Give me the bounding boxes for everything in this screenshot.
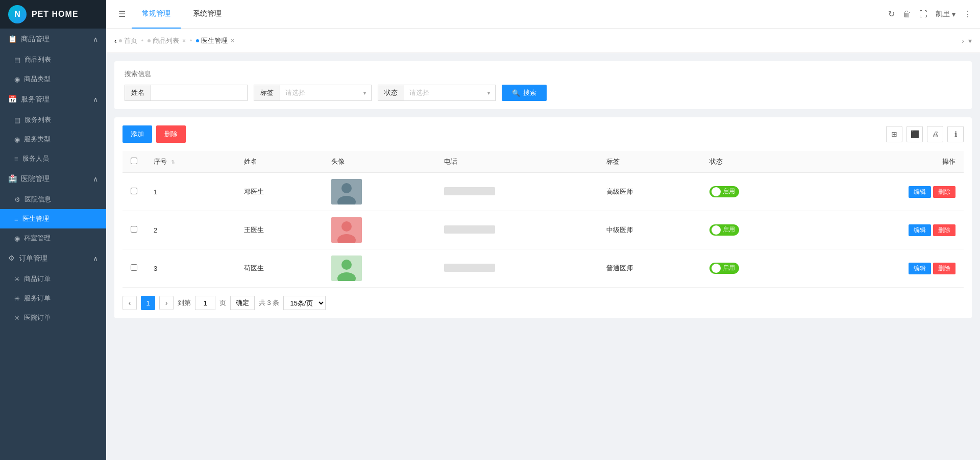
tag-select-text: 请选择 [285,88,305,97]
row3-status: 启用 [701,249,812,288]
row3-name: 苟医生 [236,249,323,288]
column-settings-button[interactable]: ⊞ [886,126,902,142]
export-button[interactable]: ⬛ [906,126,923,142]
breadcrumb-close-doctor[interactable]: × [231,37,234,44]
breadcrumb-close-goods[interactable]: × [182,37,186,44]
sidebar-item-service-order[interactable]: ✳ 服务订单 [0,289,106,308]
menu-group-order: ⚙订单管理 ∧ ✳ 商品订单 ✳ 服务订单 ✳ 医院订单 [0,248,106,327]
breadcrumb-goods-list[interactable]: 商品列表 × [148,36,186,45]
logo-text: PET HOME [32,10,79,19]
breadcrumb-prev[interactable]: ‹ [114,37,117,45]
row1-delete-button[interactable]: 删除 [933,186,955,198]
sidebar-item-dept-mgmt[interactable]: ◉ 科室管理 [0,228,106,248]
breadcrumb-expand-arrow[interactable]: ▾ [968,37,972,45]
row3-delete-button[interactable]: 删除 [933,263,955,274]
delete-icon[interactable]: 🗑 [903,10,911,19]
svg-point-1 [341,183,352,193]
row3-checkbox-cell [122,249,145,288]
page-goto-input[interactable] [195,296,215,310]
search-field-status: 状态 请选择 ▾ [378,85,496,101]
tab-system-mgmt[interactable]: 系统管理 [183,0,232,29]
page-1-button[interactable]: 1 [141,296,155,310]
print-button[interactable]: 🖨 [927,126,943,142]
more-icon[interactable]: ⋮ [964,9,972,19]
tab-normal-mgmt[interactable]: 常规管理 [132,0,181,29]
row2-edit-button[interactable]: 编辑 [909,224,931,236]
chevron-up-icon-2: ∧ [93,95,98,104]
menu-group-title-order[interactable]: ⚙订单管理 ∧ [0,248,106,269]
sidebar-item-goods-list[interactable]: ▤ 商品列表 [0,50,106,69]
hamburger-button[interactable]: ☰ [114,5,130,23]
status-select[interactable]: 请选择 ▾ [404,85,496,101]
row3-edit-button[interactable]: 编辑 [909,263,931,274]
logo-icon: N [8,5,27,23]
row3-tag: 普通医师 [598,249,701,288]
expand-icon[interactable]: ⛶ [919,10,927,19]
page-goto-label: 到第 [178,298,191,308]
sidebar-item-hospital-info[interactable]: ⚙ 医院信息 [0,190,106,209]
refresh-icon[interactable]: ↻ [888,9,895,19]
sidebar-item-hospital-order[interactable]: ✳ 医院订单 [0,308,106,327]
row1-phone-blur [444,187,495,195]
row2-toggle[interactable]: 启用 [709,224,739,236]
row1-phone [436,173,598,211]
breadcrumb-next-arrow[interactable]: › [962,37,964,45]
sidebar-item-doctor-mgmt[interactable]: ≡ 医生管理 [0,209,106,228]
row2-checkbox[interactable] [131,226,137,233]
header-checkbox-cell [122,151,145,173]
menu-group-title-hospital[interactable]: 🏥医院管理 ∧ [0,168,106,190]
row2-toggle-circle [712,225,721,235]
breadcrumb-nav: 首页 • 商品列表 × • 医生管理 × [119,36,234,45]
row2-avatar [323,211,436,249]
name-input[interactable] [151,85,248,101]
page-size-select[interactable]: 15条/页 30条/页 50条/页 [283,296,326,310]
info-button[interactable]: ℹ [947,126,964,142]
sidebar-item-service-list[interactable]: ▤ 服务列表 [0,110,106,130]
toolbar-right: ⊞ ⬛ 🖨 ℹ [886,126,964,142]
add-button[interactable]: 添加 [122,125,152,143]
sidebar-item-service-type[interactable]: ◉ 服务类型 [0,130,106,149]
row3-checkbox[interactable] [131,264,137,271]
breadcrumb-home[interactable]: 首页 [119,36,137,45]
avatar-svg-3 [331,255,362,281]
page-prev-button[interactable]: ‹ [122,296,137,310]
status-label: 状态 [378,85,404,101]
columns-icon: ⊞ [891,130,897,138]
row1-name: 邓医生 [236,173,323,211]
sidebar-item-goods-order[interactable]: ✳ 商品订单 [0,269,106,289]
dept-icon: ◉ [14,235,20,242]
top-navbar: ☰ 常规管理 系统管理 ↻ 🗑 ⛶ 凯里 ▾ ⋮ [106,0,980,29]
breadcrumb-doctor-mgmt[interactable]: 医生管理 × [196,36,234,45]
menu-group-title-service[interactable]: 📅服务管理 ∧ [0,89,106,110]
select-all-checkbox[interactable] [131,158,137,164]
hospital-icon: 🏥 [8,174,17,183]
info-icon: ℹ [954,130,957,138]
bulk-delete-button[interactable]: 删除 [156,125,186,143]
logo: N PET HOME [0,0,106,29]
row1-edit-button[interactable]: 编辑 [909,186,931,198]
status-select-arrow: ▾ [487,90,490,96]
menu-group-title-goods[interactable]: 📋商品管理 ∧ [0,29,106,50]
page-confirm-button[interactable]: 确定 [230,296,255,310]
row2-delete-button[interactable]: 删除 [933,224,955,236]
header-seq: 序号 ⇅ [145,151,236,173]
breadcrumb-dot-goods [148,39,151,42]
type-icon: ◉ [14,75,20,83]
sidebar-item-goods-type[interactable]: ◉ 商品类型 [0,69,106,89]
search-button[interactable]: 🔍 搜索 [502,85,547,101]
row3-toggle[interactable]: 启用 [709,263,739,274]
toolbar-left: 添加 删除 [122,125,186,143]
row1-toggle[interactable]: 启用 [709,186,739,197]
sort-icon[interactable]: ⇅ [171,159,175,165]
user-info[interactable]: 凯里 ▾ [936,10,955,19]
page-next-button[interactable]: › [159,296,174,310]
row2-avatar-img [331,217,362,243]
tag-select[interactable]: 请选择 ▾ [280,85,372,101]
list-icon-2: ▤ [14,116,20,124]
header-name: 姓名 [236,151,323,173]
table-row: 3 苟医生 [122,249,964,288]
row1-checkbox[interactable] [131,188,137,194]
sidebar-item-service-staff[interactable]: ≡ 服务人员 [0,149,106,168]
page-unit: 页 [219,298,226,308]
chevron-up-icon-3: ∧ [93,175,98,183]
